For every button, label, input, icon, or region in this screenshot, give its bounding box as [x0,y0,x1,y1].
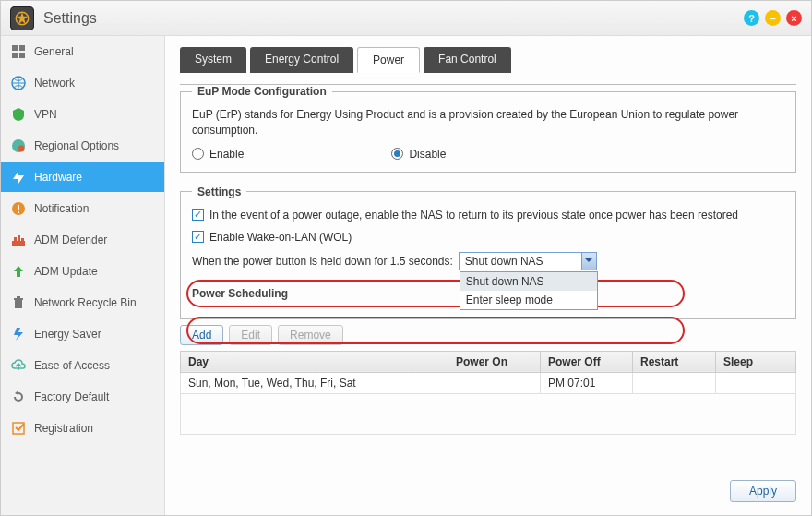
settings-fieldset: Settings In the event of a power outage,… [180,186,796,319]
sidebar-item-energy-saver[interactable]: Energy Saver [1,318,164,350]
eup-legend: EuP Mode Configuration [192,85,332,98]
titlebar: Settings ? – × [1,1,811,36]
radio-icon [391,148,403,160]
sidebar-item-recycle-bin[interactable]: Network Recycle Bin [1,287,164,318]
svg-rect-9 [18,205,19,210]
sidebar-item-label: ADM Defender [34,234,107,246]
svg-rect-3 [12,53,18,58]
cell-restart [633,372,716,393]
sidebar-item-label: Energy Saver [34,328,102,341]
radio-label: Disable [409,148,446,161]
svg-rect-13 [18,235,20,241]
col-sleep[interactable]: Sleep [716,351,796,372]
edit-button[interactable]: Edit [229,325,272,345]
svg-rect-15 [15,300,22,308]
notification-icon [10,200,27,217]
col-power-on[interactable]: Power On [448,351,541,372]
sidebar-item-adm-defender[interactable]: ADM Defender [1,224,164,256]
app-icon [10,6,34,30]
table-spacer [181,393,796,434]
sidebar: General Network VPN Regional Options Har… [1,36,165,515]
power-button-action-select[interactable]: Shut down NAS Shut down NAS Enter sleep … [459,252,597,270]
power-button-label: When the power button is held down for 1… [192,255,453,268]
add-button[interactable]: Add [180,325,223,345]
radio-icon [192,148,204,160]
svg-rect-1 [12,45,18,51]
eup-disable-radio[interactable]: Disable [391,148,446,161]
select-option[interactable]: Enter sleep mode [460,291,597,309]
sidebar-item-label: ADM Update [34,265,98,278]
svg-rect-4 [19,53,25,58]
vpn-icon [10,106,27,123]
svg-point-7 [18,145,25,151]
sidebar-item-label: Ease of Access [34,359,110,372]
globe-icon [10,75,27,91]
trash-icon [10,294,27,311]
eup-fieldset: EuP Mode Configuration EuP (ErP) stands … [180,85,796,173]
sidebar-item-label: Registration [34,422,93,435]
sidebar-item-ease-of-access[interactable]: Ease of Access [1,350,164,381]
tab-energy-control[interactable]: Energy Control [250,47,353,73]
sidebar-item-label: VPN [34,108,57,121]
grid-icon [10,43,27,60]
eup-enable-radio[interactable]: Enable [192,148,244,161]
help-button[interactable]: ? [744,10,759,26]
sidebar-item-regional[interactable]: Regional Options [1,130,164,162]
tab-power[interactable]: Power [357,47,420,73]
sidebar-item-label: Factory Default [34,390,109,403]
power-outage-checkbox[interactable] [192,209,204,221]
sidebar-item-label: Hardware [34,171,82,184]
schedule-buttons: Add Edit Remove [180,325,796,345]
svg-rect-2 [19,45,25,51]
sidebar-item-network[interactable]: Network [1,67,164,99]
cell-power-off: PM 07:01 [541,372,633,393]
tabs: System Energy Control Power Fan Control [180,47,796,85]
eup-description: EuP (ErP) stands for Energy Using Produc… [192,107,784,138]
svg-rect-16 [14,298,23,300]
radio-label: Enable [209,148,244,161]
power-outage-label: In the event of a power outage, enable t… [209,208,738,222]
select-popup: Shut down NAS Enter sleep mode [460,271,598,310]
schedule-table: Day Power On Power Off Restart Sleep Sun… [180,351,796,435]
sidebar-item-label: Network Recycle Bin [34,296,137,309]
sidebar-item-adm-update[interactable]: ADM Update [1,256,164,287]
chevron-down-icon [581,253,596,270]
tab-system[interactable]: System [180,47,246,73]
close-button[interactable]: × [786,10,802,26]
sidebar-item-hardware[interactable]: Hardware [1,162,164,193]
sidebar-item-notification[interactable]: Notification [1,193,164,224]
reset-icon [10,389,27,405]
svg-rect-17 [17,296,20,298]
cell-day: Sun, Mon, Tue, Wed, Thu, Fri, Sat [181,372,448,393]
sidebar-item-label: Notification [34,202,89,215]
window-controls: ? – × [744,10,802,26]
hardware-icon [10,169,27,186]
sidebar-item-label: Network [34,77,75,90]
update-icon [10,263,27,280]
minimize-button[interactable]: – [765,10,781,26]
select-option[interactable]: Shut down NAS [460,272,597,291]
apply-button[interactable]: Apply [730,480,796,502]
sidebar-item-general[interactable]: General [1,36,164,67]
sidebar-item-registration[interactable]: Registration [1,413,164,444]
col-day[interactable]: Day [181,351,448,372]
window-title: Settings [43,10,97,27]
tab-fan-control[interactable]: Fan Control [424,47,511,73]
svg-rect-11 [12,241,25,246]
defender-icon [10,232,27,248]
content-area: System Energy Control Power Fan Control … [165,36,811,515]
svg-rect-12 [14,237,17,241]
sidebar-item-vpn[interactable]: VPN [1,99,164,130]
col-restart[interactable]: Restart [633,351,716,372]
schedule-row[interactable]: Sun, Mon, Tue, Wed, Thu, Fri, Sat PM 07:… [181,372,796,393]
col-power-off[interactable]: Power Off [541,351,633,372]
select-value: Shut down NAS [460,255,581,268]
cell-sleep [716,372,796,393]
region-icon [10,138,27,154]
svg-rect-10 [18,211,19,213]
wol-checkbox[interactable] [192,231,204,243]
cloud-icon [10,357,27,374]
sidebar-item-label: Regional Options [34,139,119,152]
sidebar-item-factory-default[interactable]: Factory Default [1,381,164,413]
remove-button[interactable]: Remove [278,325,343,345]
